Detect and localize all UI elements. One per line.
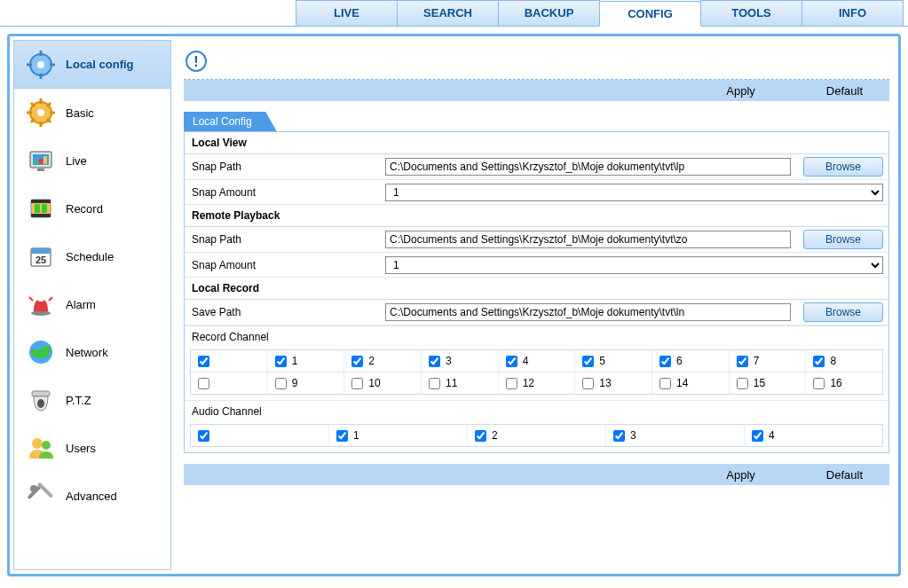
audio-channel-grid: 1234: [190, 424, 883, 447]
channel-checkbox[interactable]: [737, 378, 748, 389]
film-icon: [27, 194, 55, 223]
svg-text:25: 25: [36, 255, 46, 265]
label-snap-amount-lv: Snap Amount: [190, 186, 376, 199]
sidebar-item-live[interactable]: Live: [14, 137, 170, 184]
channel-checkbox[interactable]: [336, 430, 348, 442]
tab-search[interactable]: SEARCH: [397, 0, 499, 26]
input-save-path-lr[interactable]: [385, 303, 791, 321]
select-snap-amount-rp[interactable]: 1: [385, 256, 883, 274]
apply-button-top[interactable]: Apply: [726, 84, 755, 98]
channel-checkbox[interactable]: [475, 430, 486, 442]
monitor-icon: [27, 146, 55, 175]
channel-cell: 15: [730, 372, 807, 394]
channel-cell: 12: [499, 372, 576, 394]
channel-checkbox[interactable]: [198, 378, 209, 389]
channel-checkbox[interactable]: [659, 378, 671, 389]
channel-checkbox[interactable]: [429, 378, 440, 389]
channel-checkbox[interactable]: [506, 378, 517, 389]
gear-orange-icon: [27, 98, 55, 127]
channel-checkbox[interactable]: [429, 356, 440, 367]
channel-cell: 1: [329, 425, 468, 446]
tab-tools[interactable]: TOOLS: [700, 0, 802, 26]
channel-checkbox[interactable]: [351, 378, 363, 389]
default-button-top[interactable]: Default: [826, 84, 863, 98]
section-tab-local-config[interactable]: Local Config: [184, 112, 277, 131]
channel-checkbox[interactable]: [582, 356, 594, 367]
sidebar-item-label: Record: [66, 202, 103, 216]
svg-rect-40: [37, 482, 53, 498]
channel-cell: 11: [422, 372, 499, 394]
channel-cell: 1: [268, 350, 345, 372]
channel-cell: 2: [344, 350, 422, 372]
channel-cell: 3: [422, 350, 499, 372]
channel-checkbox[interactable]: [275, 356, 287, 367]
channel-checkbox[interactable]: [813, 356, 825, 367]
channel-checkbox[interactable]: [506, 356, 517, 367]
channel-label-text: 12: [523, 377, 534, 389]
channel-label-text: 3: [630, 429, 636, 442]
channel-label-text: 2: [492, 429, 498, 442]
channel-checkbox[interactable]: [198, 356, 209, 367]
channel-checkbox[interactable]: [351, 356, 363, 367]
channel-label-text: 9: [292, 377, 298, 389]
svg-rect-26: [42, 204, 47, 213]
sidebar-item-label: Users: [66, 442, 96, 455]
channel-label-text: 16: [830, 377, 841, 389]
sidebar-item-label: P.T.Z: [66, 394, 91, 407]
channel-cell: 7: [730, 350, 807, 372]
apply-button-bottom[interactable]: Apply: [726, 468, 755, 482]
tab-live[interactable]: LIVE: [296, 0, 398, 26]
svg-rect-23: [31, 200, 51, 203]
default-button-bottom[interactable]: Default: [826, 468, 863, 482]
channel-cell: 3: [606, 425, 745, 446]
browse-button-lv[interactable]: Browse: [803, 157, 883, 176]
channel-checkbox[interactable]: [613, 430, 625, 442]
channel-checkbox[interactable]: [275, 378, 287, 389]
select-snap-amount-lv[interactable]: 1: [385, 184, 883, 201]
label-save-path-lr: Save Path: [190, 306, 376, 318]
channel-cell: 10: [344, 372, 422, 394]
sidebar-item-schedule[interactable]: 25 Schedule: [14, 232, 170, 280]
channel-checkbox[interactable]: [737, 356, 748, 367]
label-snap-amount-rp: Snap Amount: [190, 259, 376, 271]
input-snap-path-lv[interactable]: [385, 158, 791, 176]
sidebar-item-local-config[interactable]: Local config: [14, 41, 170, 89]
calendar-icon: 25: [27, 242, 55, 270]
sidebar-item-network[interactable]: Network: [14, 328, 170, 376]
browse-button-lr[interactable]: Browse: [803, 302, 883, 322]
label-snap-path-lv: Snap Path: [190, 161, 376, 173]
svg-rect-25: [35, 204, 40, 213]
alarm-icon: [27, 290, 55, 318]
channel-checkbox[interactable]: [198, 430, 209, 442]
sidebar-item-label: Basic: [66, 106, 94, 120]
channel-checkbox[interactable]: [582, 378, 594, 389]
sidebar-item-advanced[interactable]: Advanced: [14, 472, 170, 520]
tab-config[interactable]: CONFIG: [599, 1, 701, 27]
channel-label-text: 5: [599, 355, 605, 367]
channel-checkbox[interactable]: [659, 356, 671, 367]
svg-rect-28: [31, 248, 51, 254]
sidebar-item-basic[interactable]: Basic: [14, 89, 170, 137]
sidebar: Local config Basic Live Record: [13, 40, 171, 570]
sidebar-item-alarm[interactable]: Alarm: [14, 280, 170, 328]
svg-text:!: !: [193, 54, 198, 69]
top-tabs: LIVE SEARCH BACKUP CONFIG TOOLS INFO: [0, 0, 908, 27]
info-icon: !: [186, 51, 207, 72]
label-snap-path-rp: Snap Path: [190, 233, 376, 246]
sidebar-item-users[interactable]: Users: [14, 424, 170, 472]
tab-backup[interactable]: BACKUP: [498, 0, 600, 26]
channel-checkbox[interactable]: [752, 430, 763, 442]
sidebar-item-record[interactable]: Record: [14, 184, 170, 232]
audio-channel-row: 1234: [191, 425, 882, 446]
top-action-bar: Apply Default: [184, 80, 889, 101]
tab-info[interactable]: INFO: [801, 0, 904, 26]
sidebar-item-ptz[interactable]: P.T.Z: [14, 376, 170, 424]
gear-blue-icon: [27, 51, 55, 79]
channel-cell: 13: [575, 372, 652, 394]
input-snap-path-rp[interactable]: [385, 231, 791, 248]
browse-button-rp[interactable]: Browse: [803, 230, 883, 249]
label-record-channel: Record Channel: [185, 325, 888, 348]
globe-icon: [27, 338, 55, 366]
sidebar-item-label: Schedule: [66, 250, 114, 263]
channel-checkbox[interactable]: [813, 378, 825, 389]
